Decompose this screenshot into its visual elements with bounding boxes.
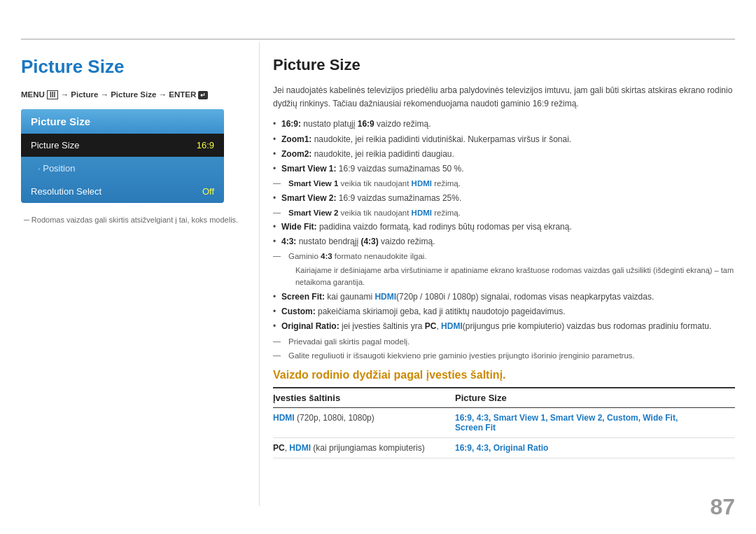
bullet-item: Original Ratio: jei įvesties šaltinis yr…	[273, 320, 735, 333]
right-title: Picture Size	[273, 56, 735, 74]
table-row: PC, HDMI (kai prijungiamas kompiuteris) …	[273, 438, 735, 458]
intro-text: Jei naudojatės kabelinės televizijos pri…	[273, 84, 735, 111]
menu-row-resolution-select[interactable]: Resolution Select Off	[21, 180, 224, 203]
sub-note-item: Galite reguliuoti ir išsaugoti kiekvieno…	[273, 349, 735, 362]
sub-note-item: Smart View 1 veikia tik naudojant HDMI r…	[273, 177, 735, 190]
col-header-size: Picture Size	[455, 393, 735, 403]
bullet-item: Smart View 1: 16:9 vaizdas sumažinamas 5…	[273, 162, 735, 176]
top-divider	[21, 38, 735, 40]
menu-row-value: 16:9	[197, 140, 214, 150]
size-value: 16:9, 4:3, Smart View 1, Smart View 2, C…	[455, 413, 735, 433]
source-table: Įvesties šaltinis Picture Size HDMI (720…	[273, 387, 735, 458]
left-panel: Picture Size MENU III → Picture → Pictur…	[21, 42, 259, 506]
bullet-item: 16:9: nustato platųjį 16:9 vaizdo režimą…	[273, 118, 735, 131]
sub-note-item: Prievadai gali skirtis pagal modelį.	[273, 335, 735, 348]
enter-icon: ↵	[198, 91, 208, 99]
menu-row-label: Resolution Select	[31, 186, 102, 197]
menu-row-label: · Position	[38, 163, 75, 174]
right-panel: Picture Size Jei naudojatės kabelinės te…	[273, 42, 735, 506]
menu-row-label: Picture Size	[31, 140, 79, 150]
sub-note-item: Kairiajame ir dešiniajame arba viršutini…	[273, 265, 735, 289]
bullet-item: Smart View 2: 16:9 vaizdas sumažinamas 2…	[273, 192, 735, 205]
table-row: HDMI (720p, 1080i, 1080p) 16:9, 4:3, Sma…	[273, 408, 735, 438]
sub-note-item: Smart View 2 veikia tik naudojant HDMI r…	[273, 206, 735, 219]
menu-path: MENU III → Picture → Picture Size → ENTE…	[21, 90, 259, 99]
col-header-source: Įvesties šaltinis	[273, 393, 455, 403]
menu-row-value: Off	[202, 186, 214, 197]
highlight-section: Vaizdo rodinio dydžiai pagal įvesties ša…	[273, 369, 735, 458]
bullet-item: Zoom1: naudokite, jei reikia padidinti v…	[273, 133, 735, 146]
note-text: Rodomas vaizdas gali skirtis atsižvelgia…	[21, 216, 259, 224]
left-title: Picture Size	[21, 56, 259, 78]
vertical-divider	[259, 42, 260, 506]
ui-menu-box: Picture Size Picture Size 16:9 · Positio…	[21, 109, 224, 203]
highlight-title: Vaizdo rodinio dydžiai pagal įvesties ša…	[273, 369, 735, 381]
table-header: Įvesties šaltinis Picture Size	[273, 388, 735, 408]
source-label: PC, HDMI (kai prijungiamas kompiuteris)	[273, 443, 455, 453]
ui-box-title: Picture Size	[21, 109, 224, 134]
menu-row-picture-size[interactable]: Picture Size 16:9	[21, 134, 224, 157]
menu-row-position[interactable]: · Position	[21, 157, 224, 180]
source-label: HDMI (720p, 1080i, 1080p)	[273, 413, 455, 423]
size-value: 16:9, 4:3, Original Ratio	[455, 443, 735, 453]
bullet-item: Screen Fit: kai gaunami HDMI(720p / 1080…	[273, 290, 735, 304]
bullet-item: Wide Fit: padidina vaizdo formatą, kad r…	[273, 220, 735, 234]
bullet-item: 4:3: nustato bendrąjį (4:3) vaizdo režim…	[273, 235, 735, 248]
page-number: 87	[710, 494, 735, 520]
bullet-list: 16:9: nustato platųjį 16:9 vaizdo režimą…	[273, 118, 735, 362]
bullet-item: Custom: pakeičiama skiriamoji geba, kad …	[273, 305, 735, 318]
bullet-item: Zoom2: naudokite, jei reikia padidinti d…	[273, 148, 735, 161]
sub-note-item: Gaminio 4:3 formato nenaudokite ilgai.	[273, 250, 735, 262]
